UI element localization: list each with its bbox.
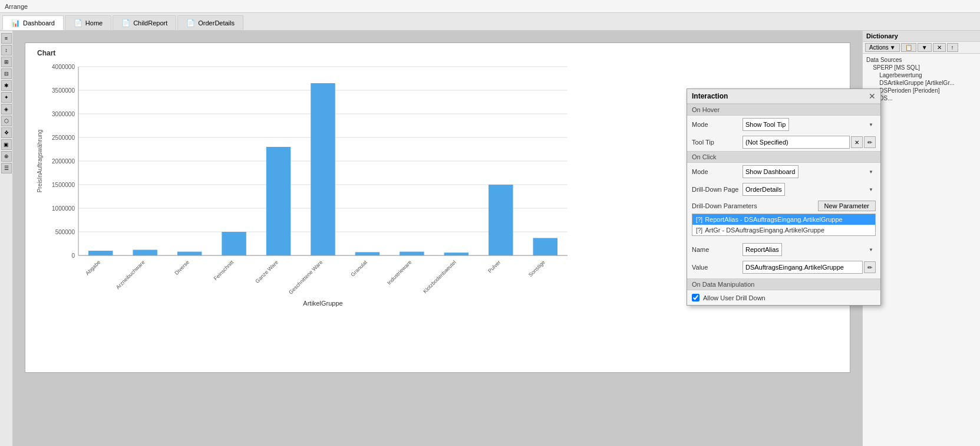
on-hover-header: On Hover — [687, 104, 880, 116]
dict-item-0[interactable]: Data Sources — [865, 56, 978, 64]
sidebar-btn-7[interactable]: ⬡ — [1, 116, 12, 126]
click-mode-select[interactable]: Show Dashboard — [743, 165, 798, 178]
dialog-close-button[interactable]: ✕ — [869, 91, 876, 101]
value-label: Value — [692, 264, 739, 271]
svg-text:Sonstige: Sonstige — [527, 259, 546, 278]
dict-toolbar: Actions ▼ 📋 ▼ ✕ ↑ — [863, 42, 980, 54]
sidebar-btn-10[interactable]: ⊕ — [1, 151, 12, 162]
new-param-button[interactable]: New Parameter — [818, 201, 876, 211]
name-row: Name ReportAlias — [687, 241, 880, 258]
param-icon-0: [?] — [696, 217, 702, 223]
tab-childreport[interactable]: 📄ChildReport — [113, 15, 176, 30]
value-edit-btn[interactable]: ✏ — [864, 261, 876, 273]
dict-btn-close[interactable]: ✕ — [933, 43, 946, 52]
tab-home[interactable]: 📄Home — [65, 15, 111, 30]
hover-mode-control: Show Tool Tip — [743, 118, 876, 131]
dict-header: Dictionary — [863, 31, 980, 42]
svg-text:Klotzbodenbaeutel: Klotzbodenbaeutel — [422, 259, 457, 294]
dict-item-text-5: DS... — [879, 95, 892, 101]
svg-text:Pulver: Pulver — [487, 259, 501, 274]
actions-button[interactable]: Actions ▼ — [865, 43, 900, 52]
sidebar-btn-4[interactable]: ✱ — [1, 80, 12, 91]
tab-label-orderdetails: OrderDetails — [198, 19, 235, 27]
bar-1[interactable] — [133, 250, 157, 255]
sidebar-btn-2[interactable]: ⊞ — [1, 57, 12, 67]
dict-btn-up[interactable]: ↑ — [947, 43, 958, 52]
svg-text:Arzneibuchware: Arzneibuchware — [115, 259, 146, 290]
dict-item-text-2: Lagerbewertung — [879, 72, 922, 78]
sidebar-btn-6[interactable]: ◈ — [1, 104, 12, 114]
hover-mode-select[interactable]: Show Tool Tip — [743, 118, 789, 131]
dict-btn-2[interactable]: ▼ — [918, 43, 932, 52]
sidebar-btn-3[interactable]: ⊟ — [1, 68, 12, 79]
on-data-section: On Data Manipulation — [687, 278, 880, 290]
hover-tooltip-control: ✕ ✏ — [743, 136, 876, 149]
param-item-0[interactable]: [?]ReportAlias - DSAuftragsEingang.Artik… — [692, 214, 875, 225]
click-mode-label: Mode — [692, 168, 739, 175]
drill-page-select[interactable]: OrderDetails — [743, 183, 785, 196]
bar-10[interactable] — [533, 238, 558, 255]
value-input[interactable] — [743, 261, 863, 274]
dict-item-5[interactable]: DS... — [865, 94, 978, 102]
tab-dashboard[interactable]: 📊Dashboard — [2, 15, 64, 30]
dict-item-text-0: Data Sources — [866, 57, 902, 63]
dict-item-text-1: SPERP [MS SQL] — [873, 64, 920, 71]
name-select[interactable]: ReportAlias — [743, 243, 782, 256]
allow-drill-row: Allow User Drill Down — [687, 290, 880, 305]
bar-5[interactable] — [311, 83, 335, 255]
dict-item-3[interactable]: DSArtikelGruppe [ArtikelGr... — [865, 79, 978, 87]
hover-mode-row: Mode Show Tool Tip — [687, 116, 880, 133]
svg-text:Geschnittene Ware: Geschnittene Ware — [288, 259, 324, 295]
tab-bar: 📊Dashboard📄Home📄ChildReport📄OrderDetails — [0, 13, 980, 31]
tab-label-childreport: ChildReport — [133, 19, 167, 27]
sidebar-btn-0[interactable]: ≡ — [1, 33, 12, 44]
tab-orderdetails[interactable]: 📄OrderDetails — [177, 15, 243, 30]
param-text-1: ArtGr - DSAuftragsEingang.ArtikelGruppe — [705, 227, 824, 234]
sidebar-btn-8[interactable]: ❖ — [1, 127, 12, 138]
allow-drill-checkbox[interactable] — [692, 294, 699, 301]
param-item-1[interactable]: [?]ArtGr - DSAuftragsEingang.ArtikelGrup… — [692, 225, 875, 235]
svg-text:Abgabe: Abgabe — [84, 259, 101, 276]
dict-item-4[interactable]: DSPerioden [Perioden] — [865, 87, 978, 94]
sidebar-btn-5[interactable]: ✦ — [1, 92, 12, 103]
svg-text:Diverse: Diverse — [173, 259, 190, 276]
bar-6[interactable] — [355, 252, 380, 255]
hover-tooltip-edit-btn[interactable]: ✏ — [864, 136, 876, 148]
svg-text:500000: 500000 — [55, 229, 75, 235]
value-control: ✏ — [743, 261, 876, 274]
dict-item-text-3: DSArtikelGruppe [ArtikelGr... — [879, 80, 954, 86]
bar-3[interactable] — [222, 232, 246, 255]
bar-4[interactable] — [266, 147, 291, 255]
dict-item-2[interactable]: Lagerbewertung — [865, 71, 978, 79]
hover-tooltip-clear-btn[interactable]: ✕ — [851, 136, 863, 148]
svg-text:1500000: 1500000 — [52, 182, 75, 188]
svg-text:Granulat: Granulat — [349, 259, 368, 278]
tab-icon-dashboard: 📊 — [11, 19, 20, 27]
dict-btn-1[interactable]: 📋 — [901, 43, 916, 52]
hover-tooltip-input[interactable] — [743, 136, 850, 149]
hover-tooltip-row: Tool Tip ✕ ✏ — [687, 133, 880, 151]
left-sidebar: ≡↕⊞⊟✱✦◈⬡❖▣⊕☰ — [0, 31, 13, 446]
drill-params-header: Drill-Down Parameters New Parameter — [687, 198, 880, 214]
chart-title: Chart — [37, 49, 55, 57]
tab-icon-orderdetails: 📄 — [186, 19, 195, 27]
name-select-wrapper: ReportAlias — [743, 243, 876, 256]
bar-7[interactable] — [400, 252, 424, 255]
tab-icon-childreport: 📄 — [121, 19, 130, 27]
sidebar-btn-11[interactable]: ☰ — [1, 163, 12, 173]
dialog-title: Interaction — [692, 92, 728, 100]
name-value-section: Name ReportAlias Value ✏ — [687, 238, 880, 278]
allow-drill-label: Allow User Drill Down — [703, 294, 765, 301]
bar-0[interactable] — [88, 251, 113, 255]
dict-item-1[interactable]: SPERP [MS SQL] — [865, 64, 978, 71]
svg-text:3000000: 3000000 — [52, 111, 75, 117]
arrange-label: Arrange — [5, 3, 28, 10]
sidebar-btn-1[interactable]: ↕ — [1, 45, 12, 55]
drill-page-select-wrapper: OrderDetails — [743, 183, 876, 196]
bar-8[interactable] — [444, 252, 469, 255]
top-bar: Arrange — [0, 0, 980, 13]
bar-9[interactable] — [489, 185, 513, 255]
bar-2[interactable] — [177, 252, 202, 255]
sidebar-btn-9[interactable]: ▣ — [1, 139, 12, 150]
drill-page-label: Drill-Down Page — [692, 186, 739, 193]
